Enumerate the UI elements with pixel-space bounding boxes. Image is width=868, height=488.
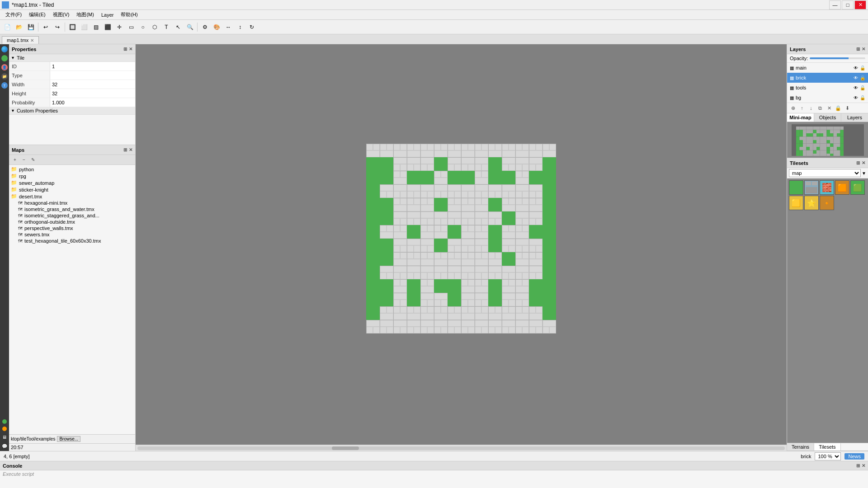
tab-layers-view[interactable]: Layers [841,113,868,122]
layers-settings-icon[interactable]: ⊞ [856,47,860,52]
layer-tools-lock[interactable]: 🔓 [860,85,865,90]
file-orthogonal[interactable]: 🗺 orthogonal-outside.tmx [9,219,135,225]
menu-edit[interactable]: 编辑(E) [25,10,49,19]
tab-close-icon[interactable]: ✕ [30,38,34,43]
layer-tools[interactable]: ▦ tools 👁 🔓 [787,83,868,93]
move-down-btn[interactable]: ↓ [807,104,815,112]
maps-settings-icon[interactable]: ⊞ [123,147,127,152]
file-perspective[interactable]: 🗺 perspective_walls.tmx [9,225,135,231]
tileset-tile-4[interactable]: 🟩 [850,180,865,195]
tab-terrains[interactable]: Terrains [787,443,814,450]
tilesets-close-icon[interactable]: ✕ [862,160,865,165]
menu-layer[interactable]: Layer [98,11,118,19]
tab-tilesets[interactable]: Tilesets [814,443,841,450]
prop-probability-value[interactable]: 1.000 [50,98,135,107]
menu-view[interactable]: 视图(V) [49,10,73,19]
custom-props-header[interactable]: ▼ Custom Properties [9,107,135,115]
tileset-tile-5[interactable]: 🟨 [789,196,803,210]
select-tool[interactable]: ⬛ [102,22,113,33]
layer-bg[interactable]: ▦ bg 👁 🔓 [787,93,868,103]
chrome-icon[interactable] [1,46,8,52]
tab-map1[interactable]: map1.tmx ✕ [2,36,39,44]
maximize-button[interactable]: □ [842,0,854,9]
tab-minimap[interactable]: Mini-map [787,113,814,122]
close-button[interactable]: ✕ [854,0,866,9]
eraser-tool[interactable]: ⬜ [79,22,90,33]
move-up-btn[interactable]: ↑ [798,104,806,112]
layer-brick-lock[interactable]: 🔓 [860,75,865,80]
maps-add-btn[interactable]: + [11,156,19,164]
prop-id-value[interactable]: 1 [50,62,135,70]
tileset-tile-3[interactable]: 🟧 [835,180,849,195]
file-test-hexagonal[interactable]: 🗺 test_hexagonal_tile_60x60x30.tmx [9,238,135,244]
layer-bg-eye[interactable]: 👁 [854,95,858,100]
console-settings-icon[interactable]: ⊞ [856,463,860,468]
rotate-tool[interactable]: ↻ [246,22,257,33]
menu-map[interactable]: 地图(M) [73,10,98,19]
save-button[interactable]: 💾 [25,22,36,33]
horizontal-scrollbar[interactable] [136,445,787,451]
folder-icon[interactable]: 📁 [1,73,8,80]
minimize-button[interactable]: — [829,0,841,9]
folder-sticker[interactable]: 📁 sticker-knight [9,186,135,193]
layer-main[interactable]: ▦ main 👁 🔓 [787,63,868,73]
flip-v-tool[interactable]: ↕ [235,22,245,33]
layer-main-lock[interactable]: 🔓 [860,66,865,70]
tile-section-header[interactable]: ▼ Tile [9,54,135,62]
prop-height-value[interactable]: 32 [50,89,135,98]
tileset-tile-2[interactable]: 🧱 [820,180,834,195]
tileset-tile-7[interactable]: 🔸 [820,196,834,210]
zoom-select[interactable]: 100 % 50 % 200 % [815,452,841,460]
open-button[interactable]: 📂 [14,22,24,33]
tileset-tile-1[interactable] [804,180,819,195]
menu-help[interactable]: 帮助(H) [117,10,141,19]
file-hexagonal-mini[interactable]: 🗺 hexagonal-mini.tmx [9,200,135,206]
zoom-tool[interactable]: 🔍 [184,22,195,33]
layer-brick[interactable]: ▦ brick 👁 🔓 [787,73,868,83]
browse-button[interactable]: Browse... [57,436,80,442]
green-icon[interactable] [1,55,8,61]
canvas-area[interactable] [136,44,787,451]
circle-tool[interactable]: ○ [137,22,148,33]
prop-type-value[interactable] [50,71,135,80]
new-button[interactable]: 📄 [2,22,13,33]
tiled-icon[interactable]: T [1,82,8,89]
news-button[interactable]: News [844,453,864,460]
stamp-tool[interactable]: 🔲 [67,22,78,33]
folder-rpg[interactable]: 📁 rpg [9,173,135,179]
tilesets-settings-icon[interactable]: ⊞ [856,160,860,165]
chat-icon[interactable]: 💬 [1,443,8,449]
menu-file[interactable]: 文件(F) [2,10,25,19]
maps-close-icon[interactable]: ✕ [129,147,132,152]
maps-minus-btn[interactable]: − [20,156,28,164]
layer-brick-eye[interactable]: 👁 [854,75,858,80]
layer-tools-eye[interactable]: 👁 [854,85,858,90]
lock-layer-btn[interactable]: 🔒 [834,104,842,112]
prop-width-value[interactable]: 32 [50,80,135,89]
tileset-tile-6[interactable]: ⭐ [804,196,819,210]
scroll-thumb[interactable] [332,446,359,450]
pointer-tool[interactable]: ↖ [173,22,184,33]
remove-layer-btn[interactable]: ✕ [825,104,833,112]
file-isometric-grass[interactable]: 🗺 isometric_grass_and_water.tmx [9,206,135,212]
layer-bg-lock[interactable]: 🔓 [860,95,865,100]
maps-edit-btn[interactable]: ✎ [29,156,37,164]
redo-button[interactable]: ↪ [52,22,63,33]
flip-h-tool[interactable]: ↔ [223,22,234,33]
console-close-icon[interactable]: ✕ [862,463,865,468]
tileset-select[interactable]: map [789,169,861,177]
person-icon[interactable]: 👤 [1,64,8,70]
file-isometric-staggered[interactable]: 🗺 isometric_staggered_grass_and... [9,212,135,219]
opacity-slider[interactable] [810,57,865,59]
monitor-icon[interactable]: 🖥 [1,434,8,440]
merge-down-btn[interactable]: ⬇ [843,104,851,112]
folder-python[interactable]: 📁 python [9,166,135,173]
move-tool[interactable]: ✛ [114,22,125,33]
tab-objects[interactable]: Objects [814,113,841,122]
rect-select[interactable]: ▭ [126,22,137,33]
props-close-icon[interactable]: ✕ [129,47,132,52]
file-sewers[interactable]: 🗺 sewers.tmx [9,231,135,238]
tileset-add-icon[interactable]: ▼ [862,171,866,176]
polygon-tool[interactable]: ⬡ [149,22,160,33]
add-layer-btn[interactable]: ⊕ [789,104,797,112]
